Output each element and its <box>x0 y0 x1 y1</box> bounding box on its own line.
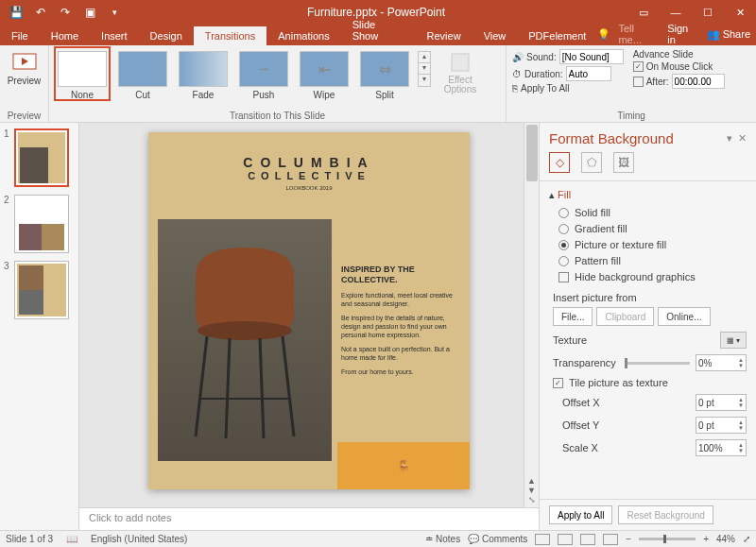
main-area: 1 2 3 COLUMBIA COLLECTIVE LOOKBOOK 2019 <box>0 123 756 530</box>
scale-x-input[interactable]: 100%▲▼ <box>696 439 747 456</box>
fit-window-icon[interactable]: ⤢ <box>743 534 750 544</box>
radio-pattern-fill[interactable] <box>558 256 569 266</box>
ribbon-options-icon[interactable]: ▭ <box>627 0 660 25</box>
start-slideshow-icon[interactable]: ▣ <box>79 3 100 22</box>
duration-input[interactable] <box>566 66 611 81</box>
zoom-in-icon[interactable]: + <box>703 534 709 544</box>
svg-line-4 <box>196 336 207 436</box>
insert-clipboard-button[interactable]: Clipboard <box>596 307 654 326</box>
thumbnail-1[interactable] <box>14 128 69 187</box>
tab-insert[interactable]: Insert <box>90 26 139 45</box>
radio-picture-fill[interactable] <box>558 240 569 250</box>
language-indicator[interactable]: English (United States) <box>91 534 187 544</box>
transition-fade[interactable]: Fade <box>176 47 231 100</box>
radio-gradient-fill[interactable] <box>558 224 569 234</box>
fill-tab-icon[interactable]: ◇ <box>549 152 570 173</box>
notes-pane[interactable]: Click to add notes <box>79 507 539 530</box>
reading-view-icon[interactable] <box>580 534 595 545</box>
sign-in[interactable]: Sign in <box>667 23 698 45</box>
undo-icon[interactable]: ↶ <box>30 3 51 22</box>
transition-push[interactable]: → Push <box>236 47 291 100</box>
duration-icon: ⏱ <box>512 69 522 79</box>
effect-options-icon <box>447 51 473 74</box>
on-click-checkbox[interactable]: ✓ <box>633 61 644 72</box>
status-bar: Slide 1 of 3 📖 English (United States) ≐… <box>0 530 756 547</box>
slide-thumbnails: 1 2 3 <box>0 123 79 530</box>
radio-solid-fill[interactable] <box>558 208 569 218</box>
slide-lookbook: LOOKBOOK 2019 <box>148 185 470 191</box>
close-icon[interactable]: ✕ <box>724 0 756 25</box>
transition-split[interactable]: ⇔ Split <box>357 47 412 100</box>
transparency-input[interactable]: 0%▲▼ <box>696 354 747 371</box>
thumbnail-3[interactable] <box>14 261 69 319</box>
tab-pdfelement[interactable]: PDFelement <box>517 26 597 45</box>
save-icon[interactable]: 💾 <box>6 3 26 22</box>
after-input[interactable] <box>672 74 725 89</box>
insert-file-button[interactable]: File... <box>553 307 593 326</box>
transition-cut[interactable]: Cut <box>115 47 170 100</box>
offset-x-input[interactable]: 0 pt▲▼ <box>696 394 747 411</box>
hide-bg-checkbox[interactable] <box>558 272 569 282</box>
pane-title: Format Background <box>549 130 674 146</box>
pane-close-icon[interactable]: ✕ <box>738 132 747 145</box>
share-icon: 👥 <box>707 28 720 41</box>
zoom-slider[interactable] <box>639 538 696 540</box>
tab-home[interactable]: Home <box>40 26 90 45</box>
tab-animations[interactable]: Animations <box>266 26 340 45</box>
normal-view-icon[interactable] <box>535 534 550 545</box>
offset-y-input[interactable]: 0 pt▲▼ <box>696 417 747 434</box>
effect-options-button[interactable]: Effect Options <box>440 47 480 94</box>
tab-transitions[interactable]: Transitions <box>194 26 266 45</box>
preview-button[interactable]: Preview <box>6 47 43 86</box>
fill-collapse-icon[interactable]: ▴ <box>549 189 555 200</box>
zoom-level[interactable]: 44% <box>716 534 735 544</box>
slide-indicator[interactable]: Slide 1 of 3 <box>6 534 53 544</box>
maximize-icon[interactable]: ☐ <box>692 0 724 25</box>
notes-toggle[interactable]: ≐ Notes <box>425 534 460 544</box>
svg-line-6 <box>226 338 230 438</box>
transition-gallery-more[interactable]: ▴▾▾ <box>418 51 431 87</box>
svg-line-7 <box>260 338 264 438</box>
zoom-out-icon[interactable]: − <box>626 534 631 544</box>
share-button[interactable]: 👥Share <box>707 28 750 41</box>
effects-tab-icon[interactable]: ⬠ <box>581 152 602 173</box>
tab-file[interactable]: File <box>0 26 40 45</box>
after-checkbox[interactable] <box>633 77 644 87</box>
tab-view[interactable]: View <box>472 26 518 45</box>
apply-to-all-button-pane[interactable]: Apply to All <box>549 505 612 524</box>
tab-design[interactable]: Design <box>139 26 194 45</box>
vertical-scrollbar[interactable]: ▲▼⤡ <box>524 123 539 507</box>
insert-online-button[interactable]: Online... <box>658 307 710 326</box>
tell-me[interactable]: Tell me... <box>618 23 660 45</box>
apply-to-all-button[interactable]: ⎘Apply To All <box>512 83 624 94</box>
transition-wipe[interactable]: ⇤ Wipe <box>297 47 352 100</box>
slide-title-2: COLLECTIVE <box>148 170 470 181</box>
spellcheck-icon[interactable]: 📖 <box>66 534 77 544</box>
texture-picker[interactable]: ▦ ▾ <box>720 332 747 349</box>
svg-rect-2 <box>452 54 469 71</box>
comments-toggle[interactable]: 💬 Comments <box>468 534 527 544</box>
minimize-icon[interactable]: — <box>660 0 692 25</box>
sorter-view-icon[interactable] <box>558 534 573 545</box>
slide-canvas[interactable]: COLUMBIA COLLECTIVE LOOKBOOK 2019 <box>148 132 470 489</box>
transparency-slider[interactable] <box>625 362 691 365</box>
sound-icon: 🔊 <box>512 52 524 62</box>
redo-icon[interactable]: ↷ <box>55 3 76 22</box>
qat-more-icon[interactable]: ▾ <box>104 3 125 22</box>
tab-review[interactable]: Review <box>416 26 472 45</box>
svg-point-3 <box>198 321 292 340</box>
tab-slideshow[interactable]: Slide Show <box>341 15 416 45</box>
group-transition-label: Transition to This Slide <box>55 110 500 121</box>
slideshow-view-icon[interactable] <box>603 534 618 545</box>
thumbnail-2[interactable] <box>14 195 69 253</box>
reset-background-button[interactable]: Reset Background <box>618 505 713 524</box>
format-background-pane: Format Background ▾✕ ◇ ⬠ 🖼 ▴ Fill Solid … <box>539 123 756 530</box>
advance-slide-label: Advance Slide <box>633 49 725 60</box>
sound-select[interactable] <box>559 49 624 64</box>
tile-checkbox[interactable]: ✓ <box>553 378 563 388</box>
pane-menu-icon[interactable]: ▾ <box>727 132 732 145</box>
transition-none[interactable]: None <box>55 47 110 100</box>
picture-tab-icon[interactable]: 🖼 <box>613 152 634 173</box>
group-preview-label: Preview <box>6 110 43 121</box>
slide-title-1: COLUMBIA <box>148 132 470 170</box>
